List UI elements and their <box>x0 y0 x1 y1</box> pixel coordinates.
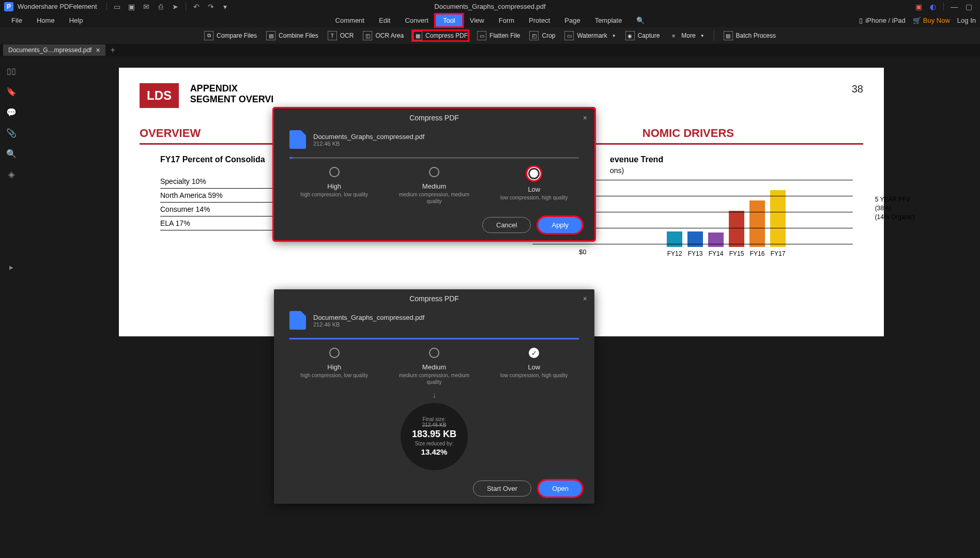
option-desc: high compression, low quality <box>298 191 371 198</box>
menu-search-icon[interactable]: 🔍 <box>629 14 652 26</box>
menu-center-group: Comment Edit Convert Tool View Form Prot… <box>328 14 652 26</box>
option-high[interactable]: High high compression, low quality <box>298 348 371 385</box>
layers-icon[interactable]: ◈ <box>6 169 17 179</box>
undo-icon[interactable]: ↶ <box>191 2 202 12</box>
radio-icon[interactable] <box>329 348 340 358</box>
menu-form[interactable]: Form <box>492 14 522 26</box>
menu-protect[interactable]: Protect <box>522 14 557 26</box>
menu-convert[interactable]: Convert <box>397 14 436 26</box>
menu-file[interactable]: File <box>4 14 29 26</box>
print-icon[interactable]: ⎙ <box>156 2 166 12</box>
email-icon[interactable]: ✉ <box>141 2 151 12</box>
tool-watermark[interactable]: ▭Watermark▼ <box>564 31 616 40</box>
divider <box>106 3 107 10</box>
device-link[interactable]: ▯iPhone / iPad <box>859 17 905 24</box>
lds-logo: LDS <box>140 83 179 108</box>
bar-label: FY12 <box>667 250 682 257</box>
minimize-icon[interactable]: — <box>949 2 959 12</box>
option-low[interactable]: Low low compression, high quality <box>498 167 570 205</box>
new-tab-button[interactable]: + <box>111 45 115 55</box>
tool-label: Crop <box>542 32 555 39</box>
radio-icon[interactable] <box>429 167 439 177</box>
tool-crop[interactable]: ◰Crop <box>529 31 555 40</box>
open-icon[interactable]: ▭ <box>112 2 122 12</box>
chevron-down-icon: ▼ <box>612 34 616 38</box>
theme-icon[interactable]: ◐ <box>928 2 938 12</box>
buy-now-link[interactable]: 🛒Buy Now <box>913 17 950 24</box>
option-name: Medium <box>398 182 470 190</box>
search-sidebar-icon[interactable]: 🔍 <box>6 148 17 159</box>
tool-ocr[interactable]: TOCR <box>328 31 354 40</box>
open-button[interactable]: Open <box>539 481 582 497</box>
file-name: Documents_Graphs_compressed.pdf <box>313 314 424 321</box>
compression-options: High high compression, low quality Mediu… <box>274 345 594 391</box>
flatten-icon: ▭ <box>477 31 486 40</box>
menu-home[interactable]: Home <box>29 14 62 26</box>
note-line: 5 YEAR FFV <box>875 195 915 204</box>
comments-icon[interactable]: 💬 <box>6 107 17 117</box>
hamburger-icon: ≡ <box>669 31 678 40</box>
menu-comment[interactable]: Comment <box>328 14 372 26</box>
close-tab-icon[interactable]: × <box>96 46 100 54</box>
radio-icon-selected[interactable] <box>527 167 541 180</box>
maximize-icon[interactable]: ▢ <box>963 2 974 12</box>
tool-batch-process[interactable]: ▤Batch Process <box>724 31 776 40</box>
tool-more[interactable]: ≡More▼ <box>669 31 704 40</box>
menu-view[interactable]: View <box>463 14 492 26</box>
reduced-pct: 13.42% <box>421 447 448 456</box>
divider <box>186 3 186 10</box>
expand-sidebar-icon[interactable]: ▶ <box>6 262 17 272</box>
page-headings: APPENDIX SEGMENT OVERVI <box>190 83 274 105</box>
thumbnails-icon[interactable]: ▯▯ <box>6 66 17 76</box>
dialog-title: Compress PDF × <box>274 289 594 308</box>
option-medium[interactable]: Medium medium compression, medium qualit… <box>398 167 470 205</box>
menu-tool[interactable]: Tool <box>436 14 463 26</box>
list-item: ELA 17% <box>160 216 284 230</box>
option-desc: low compression, high quality <box>498 372 570 379</box>
rev-title: evenue Trend <box>610 155 663 164</box>
option-desc: medium compression, medium quality <box>398 191 470 205</box>
apply-button[interactable]: Apply <box>538 217 582 233</box>
redo-icon[interactable]: ↷ <box>206 2 216 12</box>
menu-help[interactable]: Help <box>62 14 90 26</box>
tool-capture[interactable]: ◉Capture <box>625 31 660 40</box>
combine-icon: ▤ <box>266 31 275 40</box>
radio-icon[interactable] <box>429 348 439 358</box>
option-low[interactable]: Low low compression, high quality <box>498 348 570 385</box>
screenshot-icon[interactable]: ▣ <box>913 2 924 12</box>
tool-ocr-area[interactable]: ◫OCR Area <box>363 31 404 40</box>
result-circle: Final size: 212.46 KB 183.95 KB Size red… <box>401 403 468 470</box>
option-high[interactable]: High high compression, low quality <box>298 167 371 205</box>
document-tab[interactable]: Documents_G…mpressed.pdf × <box>3 44 105 56</box>
option-medium[interactable]: Medium medium compression, medium qualit… <box>398 348 470 385</box>
attachments-icon[interactable]: 📎 <box>6 128 17 138</box>
menu-page[interactable]: Page <box>557 14 587 26</box>
progress-bar <box>289 338 579 339</box>
close-icon[interactable]: × <box>583 295 587 303</box>
bar-label: FY16 <box>750 250 765 257</box>
tool-label: Watermark <box>577 32 607 39</box>
login-link[interactable]: Log In <box>957 17 976 24</box>
tool-compare-files[interactable]: ⧉Compare Files <box>204 31 257 40</box>
more-icon[interactable]: ▾ <box>220 2 231 12</box>
cancel-button[interactable]: Cancel <box>482 217 531 233</box>
bookmarks-icon[interactable]: 🔖 <box>6 86 17 97</box>
save-icon[interactable]: ▣ <box>127 2 137 12</box>
menu-template[interactable]: Template <box>588 14 630 26</box>
tool-combine-files[interactable]: ▤Combine Files <box>266 31 318 40</box>
tool-label: Combine Files <box>279 32 318 39</box>
heading-segment: SEGMENT OVERVI <box>190 94 274 105</box>
start-over-button[interactable]: Start Over <box>473 481 531 497</box>
radio-icon[interactable] <box>329 167 340 177</box>
menu-edit[interactable]: Edit <box>372 14 397 26</box>
reduced-label: Size reduced by: <box>415 441 454 446</box>
app-logo: P <box>4 2 13 11</box>
tool-compress-pdf[interactable]: ▦Compress PDF <box>413 31 468 40</box>
file-size: 212.46 KB <box>313 141 424 147</box>
page-number: 38 <box>852 83 863 95</box>
radio-icon-checked[interactable] <box>529 348 539 358</box>
share-icon[interactable]: ➤ <box>170 2 180 12</box>
tool-flatten-file[interactable]: ▭Flatten File <box>477 31 520 40</box>
cart-icon: 🛒 <box>913 17 921 24</box>
close-icon[interactable]: × <box>583 114 587 122</box>
